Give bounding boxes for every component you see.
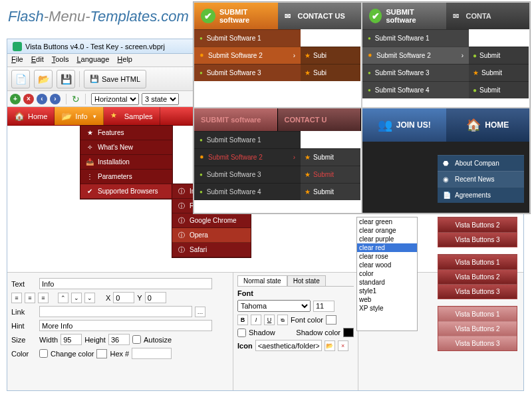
- submenu2-item[interactable]: ★Submit: [301, 148, 360, 166]
- theme-item[interactable]: clear wood: [357, 261, 417, 269]
- submenu-item[interactable]: ✸Submit Software 2: [194, 47, 301, 64]
- vb-button[interactable]: Vista Buttons 2: [438, 217, 517, 232]
- theme-item[interactable]: clear green: [357, 217, 417, 226]
- theme-item[interactable]: color: [357, 269, 417, 278]
- underline-button[interactable]: U: [264, 315, 275, 325]
- color-swatch[interactable]: [96, 349, 107, 358]
- vb-button[interactable]: Vista Buttons 1: [438, 307, 517, 321]
- fontcolor-swatch[interactable]: [326, 315, 336, 325]
- valign-top-button[interactable]: ⌃: [58, 293, 68, 303]
- save-button[interactable]: [57, 70, 75, 88]
- vb-button[interactable]: Vista Buttons 1: [438, 255, 517, 269]
- theme-item[interactable]: clear purple: [357, 235, 417, 243]
- submit-tab[interactable]: SUBMIT software: [194, 108, 278, 131]
- submenu-item[interactable]: ●Submit Software 3: [194, 166, 301, 183]
- x-input[interactable]: [113, 292, 134, 303]
- clearformat-button[interactable]: ᴓ: [277, 315, 288, 325]
- valign-bot-button[interactable]: ⌄: [84, 293, 95, 303]
- theme-item[interactable]: style1: [357, 287, 417, 295]
- align-center-button[interactable]: ≡: [25, 293, 35, 303]
- theme-item[interactable]: web: [357, 295, 417, 304]
- valign-mid-button[interactable]: ⌄: [71, 293, 82, 303]
- y-input[interactable]: [145, 292, 166, 303]
- vb-button[interactable]: Vista Buttons 3: [438, 284, 517, 299]
- submenu-whatsnew[interactable]: ✧What's New: [80, 140, 172, 155]
- move-right-button[interactable]: ›: [50, 94, 61, 104]
- link-browse-button[interactable]: …: [195, 307, 205, 317]
- align-right-button[interactable]: ≡: [38, 293, 49, 303]
- submenu-about[interactable]: ⬣About Compan: [438, 155, 524, 171]
- theme-item-selected[interactable]: clear red: [357, 243, 417, 252]
- icon-browse-button[interactable]: 📂: [325, 340, 335, 351]
- submenu-parameters[interactable]: ⋮Parameters: [80, 170, 172, 184]
- home-button[interactable]: HOME: [446, 108, 530, 142]
- submit-button[interactable]: ✔SUBMIT software: [362, 3, 446, 29]
- theme-list[interactable]: clear green clear orange clear purple cl…: [356, 217, 418, 331]
- browser-opera[interactable]: ⓘOpera: [172, 228, 251, 243]
- menu-edit[interactable]: Edit: [31, 55, 44, 65]
- submenu-item[interactable]: ●Submit Software 4: [362, 81, 469, 98]
- font-select[interactable]: Tahoma: [237, 300, 311, 312]
- move-left-button[interactable]: ‹: [37, 94, 47, 104]
- nav-info[interactable]: Info: [55, 107, 103, 125]
- submenu-item[interactable]: ●Submit Software 3: [362, 64, 469, 81]
- browser-chrome[interactable]: ⓘGoogle Chrome: [172, 213, 251, 228]
- submenu-item[interactable]: ✸Submit Software 2: [362, 47, 469, 64]
- contact-tab[interactable]: CONTACT U: [278, 108, 362, 131]
- menu-language[interactable]: Language: [76, 55, 109, 65]
- submenu2-item[interactable]: ★Submit: [469, 64, 529, 81]
- icon-clear-button[interactable]: ×: [338, 340, 348, 351]
- bold-button[interactable]: B: [237, 315, 248, 325]
- shadowcolor-swatch[interactable]: [343, 328, 354, 337]
- contact-button[interactable]: CONTA: [446, 3, 530, 29]
- width-input[interactable]: [61, 334, 82, 345]
- tab-hot[interactable]: Hot state: [287, 275, 326, 286]
- icon-input[interactable]: [255, 340, 322, 351]
- vb-button[interactable]: Vista Buttons 2: [438, 269, 517, 284]
- theme-item[interactable]: XP style: [357, 304, 417, 313]
- open-button[interactable]: [34, 70, 53, 88]
- submenu2-item[interactable]: ★Submit: [301, 166, 360, 183]
- vb-button[interactable]: Vista Buttons 3: [438, 232, 517, 247]
- theme-item[interactable]: clear rose: [357, 252, 417, 261]
- delete-button[interactable]: ×: [23, 94, 34, 104]
- submenu-item[interactable]: ✸Submit Software 2: [194, 148, 301, 166]
- add-button[interactable]: +: [10, 94, 21, 104]
- height-input[interactable]: [108, 334, 130, 345]
- submenu-item[interactable]: ●Submit Software 1: [194, 29, 301, 47]
- submenu-browsers[interactable]: ✔Supported Browsers: [80, 184, 172, 199]
- nav-samples[interactable]: Samples: [104, 107, 160, 125]
- submenu-item[interactable]: ●Submit Software 1: [194, 131, 301, 148]
- align-left-button[interactable]: ≡: [11, 293, 22, 303]
- browser-safari[interactable]: ⓘSafari: [172, 243, 251, 257]
- submenu2-item[interactable]: ★Submit: [301, 183, 360, 200]
- contact-button[interactable]: CONTACT US: [278, 3, 362, 29]
- fontsize-input[interactable]: [313, 301, 334, 312]
- vb-button[interactable]: Vista Buttons 2: [438, 321, 517, 336]
- submenu2-item[interactable]: ★Subi: [301, 47, 360, 64]
- submenu-item[interactable]: ●Submit Software 3: [194, 64, 301, 81]
- save-html-button[interactable]: Save HTML: [84, 70, 146, 88]
- menu-help[interactable]: Help: [117, 55, 132, 65]
- orientation-select[interactable]: Horizontal: [91, 93, 139, 105]
- submenu2-item[interactable]: ●Submit: [469, 47, 529, 64]
- menu-file[interactable]: File: [11, 55, 23, 65]
- hint-input[interactable]: [39, 320, 212, 331]
- submit-button[interactable]: ✔SUBMIT software: [194, 3, 278, 29]
- submenu2-item[interactable]: ★Subi: [301, 64, 360, 81]
- submenu-recent[interactable]: ◉Recent News: [438, 171, 524, 187]
- submenu-features[interactable]: ★Features: [80, 126, 172, 140]
- submenu-installation[interactable]: 📥Installation: [80, 155, 172, 170]
- submenu-agreements[interactable]: 📄Agreements: [438, 187, 524, 203]
- link-input[interactable]: [39, 306, 192, 317]
- new-button[interactable]: [11, 70, 30, 88]
- refresh-button[interactable]: ↻: [72, 94, 80, 104]
- tab-normal[interactable]: Normal state: [237, 275, 287, 286]
- join-button[interactable]: JOIN US!: [362, 108, 446, 142]
- text-input[interactable]: [39, 278, 212, 289]
- italic-button[interactable]: I: [251, 315, 261, 325]
- nav-home[interactable]: Home: [7, 107, 55, 125]
- submenu-item[interactable]: ●Submit Software 4: [194, 183, 301, 200]
- vb-button[interactable]: Vista Buttons 3: [438, 336, 517, 350]
- submenu-item[interactable]: ●Submit Software 1: [362, 29, 469, 47]
